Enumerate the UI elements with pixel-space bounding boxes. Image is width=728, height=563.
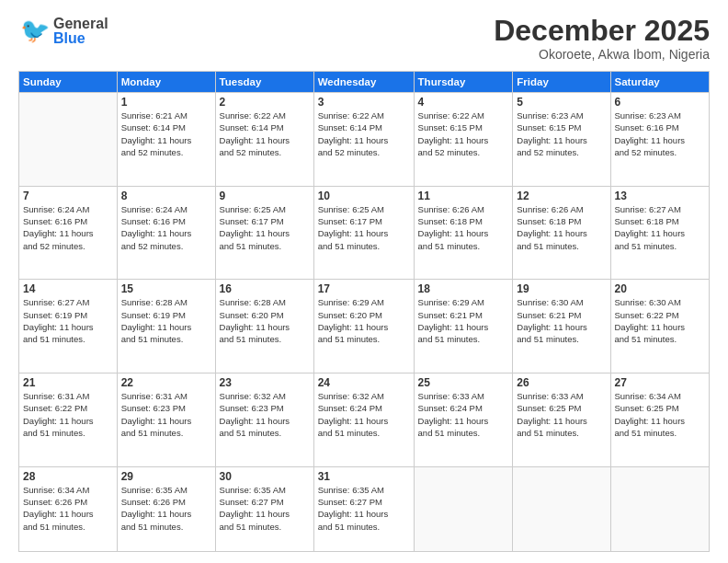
day-info: Sunrise: 6:24 AMSunset: 6:16 PMDaylight:… <box>121 203 211 252</box>
day-number: 1 <box>121 96 211 109</box>
day-info: Sunrise: 6:33 AMSunset: 6:25 PMDaylight:… <box>517 390 606 439</box>
calendar-day-cell: 5Sunrise: 6:23 AMSunset: 6:15 PMDaylight… <box>513 93 610 187</box>
day-number: 18 <box>418 282 509 295</box>
calendar-day-cell: 15Sunrise: 6:28 AMSunset: 6:19 PMDayligh… <box>117 280 215 373</box>
calendar-day-cell: 25Sunrise: 6:33 AMSunset: 6:24 PMDayligh… <box>414 373 513 467</box>
calendar-day-cell: 31Sunrise: 6:35 AMSunset: 6:27 PMDayligh… <box>313 466 414 551</box>
calendar-table: Sunday Monday Tuesday Wednesday Thursday… <box>18 71 710 552</box>
calendar-day-cell <box>513 466 610 551</box>
day-number: 5 <box>517 96 606 109</box>
day-number: 8 <box>121 190 211 202</box>
day-number: 3 <box>318 96 410 109</box>
day-number: 6 <box>615 96 706 109</box>
day-info: Sunrise: 6:24 AMSunset: 6:16 PMDaylight:… <box>23 203 113 252</box>
svg-text:🐦: 🐦 <box>20 16 51 45</box>
day-info: Sunrise: 6:34 AMSunset: 6:25 PMDaylight:… <box>615 390 706 439</box>
calendar-day-cell: 27Sunrise: 6:34 AMSunset: 6:25 PMDayligh… <box>610 373 710 467</box>
calendar-day-cell: 11Sunrise: 6:26 AMSunset: 6:18 PMDayligh… <box>414 186 513 280</box>
day-number: 24 <box>318 376 410 389</box>
logo-blue-text: Blue <box>53 31 108 46</box>
col-sunday: Sunday <box>19 72 118 93</box>
day-info: Sunrise: 6:27 AMSunset: 6:18 PMDaylight:… <box>615 203 706 252</box>
calendar-day-cell: 30Sunrise: 6:35 AMSunset: 6:27 PMDayligh… <box>215 466 313 551</box>
day-info: Sunrise: 6:21 AMSunset: 6:14 PMDaylight:… <box>121 109 211 158</box>
day-info: Sunrise: 6:35 AMSunset: 6:27 PMDaylight:… <box>318 484 410 533</box>
day-info: Sunrise: 6:29 AMSunset: 6:21 PMDaylight:… <box>418 296 509 345</box>
day-info: Sunrise: 6:23 AMSunset: 6:16 PMDaylight:… <box>615 109 706 158</box>
day-number: 22 <box>121 376 211 389</box>
day-number: 2 <box>220 96 310 109</box>
calendar-day-cell: 24Sunrise: 6:32 AMSunset: 6:24 PMDayligh… <box>313 373 414 467</box>
calendar-day-cell: 13Sunrise: 6:27 AMSunset: 6:18 PMDayligh… <box>610 186 710 280</box>
day-number: 28 <box>23 470 113 483</box>
calendar-week-row: 14Sunrise: 6:27 AMSunset: 6:19 PMDayligh… <box>19 280 710 373</box>
day-number: 21 <box>23 376 113 389</box>
day-number: 7 <box>23 190 113 202</box>
calendar-week-row: 7Sunrise: 6:24 AMSunset: 6:16 PMDaylight… <box>19 186 710 280</box>
logo: 🐦 General Blue <box>18 15 108 48</box>
day-number: 11 <box>418 190 509 202</box>
day-number: 16 <box>220 282 310 295</box>
calendar-day-cell: 16Sunrise: 6:28 AMSunset: 6:20 PMDayligh… <box>215 280 313 373</box>
day-number: 23 <box>220 376 310 389</box>
calendar-day-cell: 20Sunrise: 6:30 AMSunset: 6:22 PMDayligh… <box>610 280 710 373</box>
calendar-day-cell: 12Sunrise: 6:26 AMSunset: 6:18 PMDayligh… <box>513 186 610 280</box>
location-subtitle: Okoroete, Akwa Ibom, Nigeria <box>494 47 710 62</box>
calendar-day-cell: 9Sunrise: 6:25 AMSunset: 6:17 PMDaylight… <box>215 186 313 280</box>
calendar-day-cell: 26Sunrise: 6:33 AMSunset: 6:25 PMDayligh… <box>513 373 610 467</box>
calendar-week-row: 28Sunrise: 6:34 AMSunset: 6:26 PMDayligh… <box>19 466 710 551</box>
day-number: 20 <box>615 282 706 295</box>
calendar-day-cell <box>610 466 710 551</box>
day-number: 30 <box>220 470 310 483</box>
day-info: Sunrise: 6:28 AMSunset: 6:19 PMDaylight:… <box>121 296 211 345</box>
calendar-day-cell: 7Sunrise: 6:24 AMSunset: 6:16 PMDaylight… <box>19 186 118 280</box>
day-info: Sunrise: 6:31 AMSunset: 6:22 PMDaylight:… <box>23 390 113 439</box>
day-info: Sunrise: 6:35 AMSunset: 6:26 PMDaylight:… <box>121 484 211 533</box>
day-info: Sunrise: 6:30 AMSunset: 6:21 PMDaylight:… <box>517 296 606 345</box>
col-thursday: Thursday <box>414 72 513 93</box>
day-info: Sunrise: 6:25 AMSunset: 6:17 PMDaylight:… <box>318 203 410 252</box>
day-info: Sunrise: 6:27 AMSunset: 6:19 PMDaylight:… <box>23 296 113 345</box>
calendar-day-cell <box>19 93 118 187</box>
calendar-day-cell: 3Sunrise: 6:22 AMSunset: 6:14 PMDaylight… <box>313 93 414 187</box>
day-info: Sunrise: 6:34 AMSunset: 6:26 PMDaylight:… <box>23 484 113 533</box>
day-info: Sunrise: 6:30 AMSunset: 6:22 PMDaylight:… <box>615 296 706 345</box>
calendar-day-cell: 22Sunrise: 6:31 AMSunset: 6:23 PMDayligh… <box>117 373 215 467</box>
calendar-day-cell: 17Sunrise: 6:29 AMSunset: 6:20 PMDayligh… <box>313 280 414 373</box>
day-number: 12 <box>517 190 606 202</box>
calendar-day-cell: 19Sunrise: 6:30 AMSunset: 6:21 PMDayligh… <box>513 280 610 373</box>
calendar-day-cell: 2Sunrise: 6:22 AMSunset: 6:14 PMDaylight… <box>215 93 313 187</box>
day-info: Sunrise: 6:26 AMSunset: 6:18 PMDaylight:… <box>418 203 509 252</box>
day-info: Sunrise: 6:31 AMSunset: 6:23 PMDaylight:… <box>121 390 211 439</box>
header: 🐦 General Blue December 2025 Okoroete, A… <box>18 15 710 62</box>
calendar-day-cell: 29Sunrise: 6:35 AMSunset: 6:26 PMDayligh… <box>117 466 215 551</box>
calendar-page: 🐦 General Blue December 2025 Okoroete, A… <box>0 0 728 563</box>
day-number: 17 <box>318 282 410 295</box>
day-info: Sunrise: 6:22 AMSunset: 6:15 PMDaylight:… <box>418 109 509 158</box>
day-number: 10 <box>318 190 410 202</box>
day-info: Sunrise: 6:23 AMSunset: 6:15 PMDaylight:… <box>517 109 606 158</box>
day-number: 19 <box>517 282 606 295</box>
calendar-day-cell: 6Sunrise: 6:23 AMSunset: 6:16 PMDaylight… <box>610 93 710 187</box>
logo-label: General Blue <box>53 17 108 46</box>
calendar-day-cell: 14Sunrise: 6:27 AMSunset: 6:19 PMDayligh… <box>19 280 118 373</box>
calendar-week-row: 1Sunrise: 6:21 AMSunset: 6:14 PMDaylight… <box>19 93 710 187</box>
day-info: Sunrise: 6:22 AMSunset: 6:14 PMDaylight:… <box>220 109 310 158</box>
day-number: 13 <box>615 190 706 202</box>
day-info: Sunrise: 6:28 AMSunset: 6:20 PMDaylight:… <box>220 296 310 345</box>
day-number: 29 <box>121 470 211 483</box>
calendar-header-row: Sunday Monday Tuesday Wednesday Thursday… <box>19 72 710 93</box>
col-wednesday: Wednesday <box>313 72 414 93</box>
day-number: 27 <box>615 376 706 389</box>
day-info: Sunrise: 6:33 AMSunset: 6:24 PMDaylight:… <box>418 390 509 439</box>
calendar-day-cell: 28Sunrise: 6:34 AMSunset: 6:26 PMDayligh… <box>19 466 118 551</box>
day-number: 9 <box>220 190 310 202</box>
calendar-day-cell <box>414 466 513 551</box>
day-info: Sunrise: 6:32 AMSunset: 6:24 PMDaylight:… <box>318 390 410 439</box>
calendar-day-cell: 23Sunrise: 6:32 AMSunset: 6:23 PMDayligh… <box>215 373 313 467</box>
day-number: 4 <box>418 96 509 109</box>
logo-icon: 🐦 <box>18 15 51 48</box>
day-info: Sunrise: 6:29 AMSunset: 6:20 PMDaylight:… <box>318 296 410 345</box>
calendar-week-row: 21Sunrise: 6:31 AMSunset: 6:22 PMDayligh… <box>19 373 710 467</box>
month-title: December 2025 <box>494 15 710 47</box>
